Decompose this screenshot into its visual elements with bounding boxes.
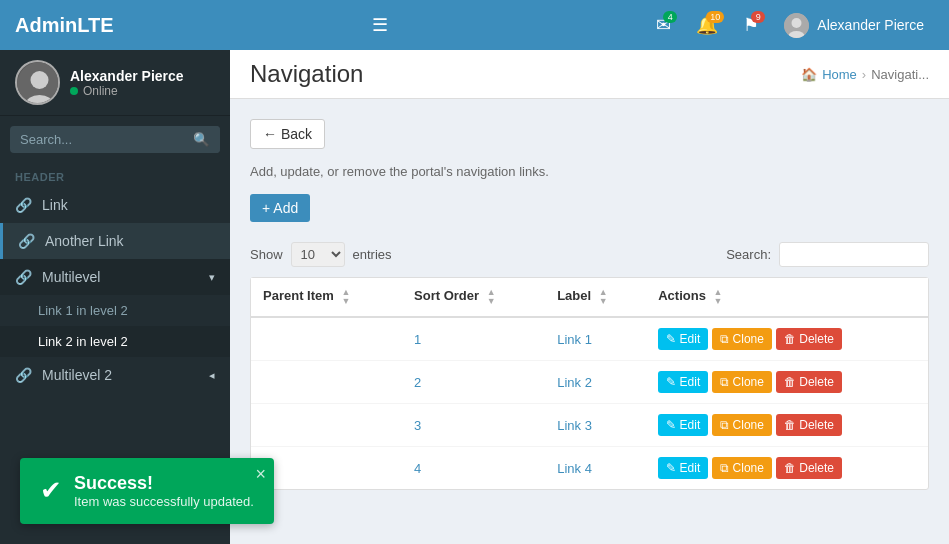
sidebar-item-label-another-link: Another Link <box>45 233 215 249</box>
page-title: Navigation <box>250 60 363 88</box>
cell-sort-order: 2 <box>402 361 545 404</box>
toast-title: Success! <box>74 473 254 494</box>
multilevel2-icon: 🔗 <box>15 367 32 383</box>
back-button[interactable]: ← Back <box>250 119 325 149</box>
cell-actions: ✎ Edit ⧉ Clone 🗑 Delete <box>646 447 928 490</box>
sort-icon-actions: ▲▼ <box>714 288 723 306</box>
edit-button-4[interactable]: ✎ Edit <box>658 457 708 479</box>
multilevel-icon: 🔗 <box>15 269 32 285</box>
navbar: AdminLTE ☰ ✉ 4 🔔 10 ⚑ 9 Alexander Pierce <box>0 0 949 50</box>
user-avatar-small <box>784 13 809 38</box>
email-icon-button[interactable]: ✉ 4 <box>646 9 681 41</box>
breadcrumb-home[interactable]: Home <box>822 67 857 82</box>
sidebar-user-panel: Alexander Pierce Online <box>0 50 230 116</box>
sidebar-item-another-link[interactable]: 🔗 Another Link <box>0 223 230 259</box>
cell-sort-order: 3 <box>402 404 545 447</box>
edit-button-1[interactable]: ✎ Edit <box>658 328 708 350</box>
link-icon: 🔗 <box>15 197 32 213</box>
cell-sort-order: 1 <box>402 317 545 361</box>
user-menu[interactable]: Alexander Pierce <box>774 8 934 43</box>
sidebar-item-multilevel2[interactable]: 🔗 Multilevel 2 ◂ <box>0 357 230 393</box>
navbar-icons: ✉ 4 🔔 10 ⚑ 9 Alexander Pierce <box>646 8 934 43</box>
delete-button-1[interactable]: 🗑 Delete <box>776 328 842 350</box>
label-link-4[interactable]: Link 4 <box>557 461 592 476</box>
add-button[interactable]: + Add <box>250 194 310 222</box>
status-label: Online <box>83 84 118 98</box>
sidebar-item-label-multilevel2: Multilevel 2 <box>42 367 209 383</box>
sidebar-submenu-label-link1: Link 1 in level 2 <box>38 303 128 318</box>
action-buttons-3: ✎ Edit ⧉ Clone 🗑 Delete <box>658 414 916 436</box>
search-box: Search: <box>726 242 929 267</box>
svg-point-4 <box>31 71 49 89</box>
delete-button-3[interactable]: 🗑 Delete <box>776 414 842 436</box>
label-link-1[interactable]: Link 1 <box>557 332 592 347</box>
page-description: Add, update, or remove the portal's navi… <box>250 164 929 179</box>
table-search-input[interactable] <box>779 242 929 267</box>
toast-close-button[interactable]: × <box>255 464 266 485</box>
bell-badge: 10 <box>706 11 724 23</box>
entries-select[interactable]: 10 25 50 100 <box>291 242 345 267</box>
label-link-3[interactable]: Link 3 <box>557 418 592 433</box>
sidebar-user-status: Online <box>70 84 184 98</box>
show-label: Show <box>250 247 283 262</box>
sidebar-toggle-button[interactable]: ☰ <box>362 9 398 41</box>
email-badge: 4 <box>663 11 677 23</box>
sidebar-search: 🔍 <box>0 116 230 163</box>
cell-label: Link 2 <box>545 361 646 404</box>
col-label[interactable]: Label ▲▼ <box>545 278 646 317</box>
delete-button-4[interactable]: 🗑 Delete <box>776 457 842 479</box>
search-label: Search: <box>726 247 771 262</box>
edit-button-3[interactable]: ✎ Edit <box>658 414 708 436</box>
col-parent-item[interactable]: Parent Item ▲▼ <box>251 278 402 317</box>
col-actions: Actions ▲▼ <box>646 278 928 317</box>
sidebar-item-link2-level2[interactable]: Link 2 in level 2 <box>0 326 230 357</box>
status-dot <box>70 87 78 95</box>
sidebar-user-name: Alexander Pierce <box>70 68 184 84</box>
sort-icon-parent: ▲▼ <box>341 288 350 306</box>
cell-label: Link 3 <box>545 404 646 447</box>
cell-parent-item <box>251 361 402 404</box>
sidebar-section-header: HEADER <box>0 163 230 187</box>
table-row: 2 Link 2 ✎ Edit ⧉ Clone 🗑 Delete <box>251 361 928 404</box>
action-buttons-4: ✎ Edit ⧉ Clone 🗑 Delete <box>658 457 916 479</box>
toast-notification: × ✔ Success! Item was successfully updat… <box>20 458 274 524</box>
delete-button-2[interactable]: 🗑 Delete <box>776 371 842 393</box>
col-sort-order[interactable]: Sort Order ▲▼ <box>402 278 545 317</box>
cell-sort-order: 4 <box>402 447 545 490</box>
action-buttons-1: ✎ Edit ⧉ Clone 🗑 Delete <box>658 328 916 350</box>
toast-message: Item was successfully updated. <box>74 494 254 509</box>
breadcrumb: 🏠 Home › Navigati... <box>801 67 929 82</box>
clone-button-4[interactable]: ⧉ Clone <box>712 457 772 479</box>
navigation-table: Parent Item ▲▼ Sort Order ▲▼ Label ▲▼ <box>251 278 928 489</box>
edit-button-2[interactable]: ✎ Edit <box>658 371 708 393</box>
svg-point-1 <box>792 18 802 28</box>
brand-logo[interactable]: AdminLTE <box>15 14 114 37</box>
sidebar-item-multilevel[interactable]: 🔗 Multilevel ▾ <box>0 259 230 295</box>
cell-label: Link 1 <box>545 317 646 361</box>
label-link-2[interactable]: Link 2 <box>557 375 592 390</box>
table-body: 1 Link 1 ✎ Edit ⧉ Clone 🗑 Delete 2 Link … <box>251 317 928 489</box>
clone-button-2[interactable]: ⧉ Clone <box>712 371 772 393</box>
main-content: Navigation 🏠 Home › Navigati... ← Back A… <box>230 50 949 544</box>
clone-button-1[interactable]: ⧉ Clone <box>712 328 772 350</box>
sidebar-item-link[interactable]: 🔗 Link <box>0 187 230 223</box>
table-controls-top: Show 10 25 50 100 entries Search: <box>250 242 929 267</box>
cell-actions: ✎ Edit ⧉ Clone 🗑 Delete <box>646 361 928 404</box>
sidebar-item-label-link: Link <box>42 197 215 213</box>
sort-icon-sort-order: ▲▼ <box>487 288 496 306</box>
bell-icon-button[interactable]: 🔔 10 <box>686 9 728 41</box>
content-body: ← Back Add, update, or remove the portal… <box>230 99 949 544</box>
chevron-left-icon: ◂ <box>209 369 215 382</box>
entries-label: entries <box>353 247 392 262</box>
flag-icon-button[interactable]: ⚑ 9 <box>733 9 769 41</box>
sidebar-item-link1-level2[interactable]: Link 1 in level 2 <box>0 295 230 326</box>
table-row: 1 Link 1 ✎ Edit ⧉ Clone 🗑 Delete <box>251 317 928 361</box>
action-buttons-2: ✎ Edit ⧉ Clone 🗑 Delete <box>658 371 916 393</box>
clone-button-3[interactable]: ⧉ Clone <box>712 414 772 436</box>
sidebar-submenu-label-link2: Link 2 in level 2 <box>38 334 128 349</box>
search-submit-button[interactable]: 🔍 <box>183 126 220 153</box>
sidebar-item-label-multilevel: Multilevel <box>42 269 209 285</box>
toast-check-icon: ✔ <box>40 475 62 506</box>
flag-badge: 9 <box>751 11 765 23</box>
breadcrumb-separator: › <box>862 67 866 82</box>
